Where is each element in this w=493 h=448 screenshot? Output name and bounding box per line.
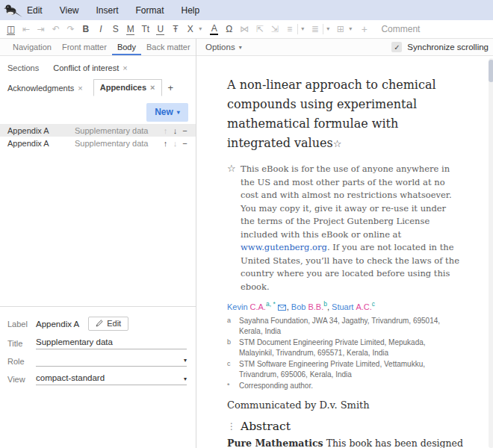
list-item[interactable]: Appendix A Supplementary data ↑ ↓ − <box>0 137 196 149</box>
menubar: Edit View Insert Format Help <box>0 0 493 20</box>
title-footnote: ☆ This eBook is for the use of anyone an… <box>227 163 465 293</box>
move-up-icon[interactable]: ↑ <box>161 139 170 148</box>
move-up-icon[interactable]: ↑ <box>161 126 170 135</box>
document-header: Options ▾ ✓ Synchronize scrolling <box>196 39 493 56</box>
scrollbar-track[interactable] <box>489 58 493 448</box>
close-icon[interactable]: × <box>78 84 82 93</box>
abstract-text: Pure MathematicsThis book has been desig… <box>227 436 465 448</box>
chevron-down-icon: ▾ <box>184 376 187 382</box>
gutenberg-link[interactable]: www.gutenberg.org <box>241 242 327 252</box>
new-button[interactable]: New ▾ <box>146 103 188 122</box>
overline-button[interactable]: Ŧ <box>171 24 179 34</box>
label-field-label: Label <box>7 320 36 329</box>
document-panel: Options ▾ ✓ Synchronize scrolling A non-… <box>196 39 493 448</box>
undo-icon[interactable]: ↶ <box>52 24 60 34</box>
special-character-button[interactable]: Ω <box>225 24 233 34</box>
list-item[interactable]: Appendix A Supplementary data ↑ ↓ − <box>0 124 196 137</box>
sub-superscript-button[interactable]: X <box>186 24 194 34</box>
indent-increase-icon[interactable]: ⇲ <box>270 24 279 34</box>
author-line: KevinC.A.a, *, BobB.B.b, StuartA.C.c <box>227 300 465 311</box>
menu-format[interactable]: Format <box>136 5 164 16</box>
section-tab-acknowledgments[interactable]: Acknowledgments × <box>7 84 83 93</box>
redo-icon[interactable]: ↷ <box>66 24 75 34</box>
italic-button[interactable]: I <box>96 24 105 34</box>
close-icon[interactable]: × <box>123 63 127 72</box>
matter-tabbar: Navigation Front matter Body Back matter <box>0 39 196 56</box>
strikethrough-button[interactable]: S <box>111 24 120 34</box>
edit-label-button[interactable]: Edit <box>88 317 128 331</box>
menu-insert[interactable]: Insert <box>96 5 118 16</box>
chevron-down-icon: ▾ <box>239 44 242 51</box>
chevron-down-icon[interactable]: ▾ <box>323 24 329 34</box>
pencil-icon <box>96 320 103 327</box>
app-logo-bird-icon[interactable] <box>0 1 27 19</box>
indent-decrease-icon[interactable]: ⇱ <box>255 24 264 34</box>
menu-help[interactable]: Help <box>182 5 200 16</box>
synchronize-scrolling-label: Synchronize scrolling <box>407 43 489 52</box>
author[interactable]: KevinC.A.a, *, <box>227 302 291 311</box>
chevron-down-icon[interactable]: ▾ <box>297 24 304 34</box>
options-button[interactable]: Options ▾ <box>205 43 242 52</box>
numbered-list-icon[interactable]: ≣ <box>311 24 319 34</box>
add-section-button[interactable]: + <box>168 82 174 93</box>
small-caps-button[interactable]: Tt <box>141 24 149 34</box>
label-field-value: Appendix A <box>36 320 79 329</box>
tab-body[interactable]: Body <box>112 39 141 55</box>
section-tab-appendices[interactable]: Appendices × <box>93 79 162 96</box>
synchronize-scrolling-checkbox[interactable]: ✓ <box>391 42 402 52</box>
comment-button[interactable]: Comment <box>381 24 420 34</box>
role-select[interactable]: ▾ <box>36 356 187 367</box>
bullet-list-icon[interactable]: ≡ <box>285 24 294 34</box>
remove-icon[interactable]: − <box>180 126 190 135</box>
view-select[interactable]: compact-standard ▾ <box>36 373 187 385</box>
check-icon: ✓ <box>394 43 400 52</box>
tab-back-matter[interactable]: Back matter <box>141 39 196 55</box>
document-content: A non-linear approach to chemical compou… <box>227 75 465 448</box>
chevron-down-icon: ▾ <box>177 109 180 116</box>
section-tab-conflict-of-interest[interactable]: Conflict of interest × <box>53 63 127 72</box>
role-field-label: Role <box>7 357 36 366</box>
menu-view[interactable]: View <box>60 5 79 16</box>
communicated-by: Communicated by D.v. Smith <box>227 399 465 411</box>
email-icon[interactable] <box>278 305 286 311</box>
scrollbar-thumb[interactable] <box>489 60 493 82</box>
structure-panel: Navigation Front matter Body Back matter… <box>0 39 196 448</box>
app-window: Edit View Insert Format Help ◫ ⇤ ⇥ ↶ ↷ B… <box>0 0 493 448</box>
affiliation-item: a Sayahna Foundation, JWA 34, Jagathy, T… <box>227 316 465 337</box>
close-icon[interactable]: × <box>150 83 155 92</box>
chevron-down-icon[interactable]: ▾ <box>347 24 353 34</box>
sections-label: Sections <box>7 63 39 72</box>
inline-formula-icon[interactable]: ⋈ <box>240 24 249 34</box>
title-input[interactable]: Supplementary data <box>36 337 187 349</box>
tab-front-matter[interactable]: Front matter <box>57 39 112 55</box>
menu-edit[interactable]: Edit <box>27 5 43 16</box>
jump-end-icon[interactable]: ⇥ <box>37 24 45 34</box>
remove-icon[interactable]: − <box>180 139 190 148</box>
text-color-button[interactable]: A <box>210 23 218 35</box>
view-field-label: View <box>7 375 36 384</box>
underline-button[interactable]: U <box>156 24 164 35</box>
move-down-icon[interactable]: ↓ <box>170 139 180 148</box>
chevron-down-icon: ▾ <box>184 357 187 364</box>
document-scroll-area[interactable]: A non-linear approach to chemical compou… <box>196 56 493 448</box>
drag-handle-icon[interactable]: ⋮ <box>227 421 236 432</box>
move-icon[interactable]: + <box>360 24 368 34</box>
chevron-down-icon[interactable]: ▾ <box>197 24 203 34</box>
monospace-button[interactable]: M <box>126 24 134 35</box>
author[interactable]: BobB.B.b, <box>291 302 332 311</box>
move-down-icon[interactable]: ↓ <box>170 126 180 135</box>
footnote-star-icon: ☆ <box>227 163 241 293</box>
structure-content: Sections Conflict of interest × Acknowle… <box>0 56 196 448</box>
toolbar: ◫ ⇤ ⇥ ↶ ↷ B I S M Tt U Ŧ X ▾ A Ω ⋈ ⇱ ⇲ ≡… <box>0 20 493 39</box>
table-icon[interactable]: ⊞ <box>336 24 344 34</box>
abstract-heading: ⋮ Abstract <box>227 420 465 433</box>
page-panel-icon[interactable]: ◫ <box>7 24 15 35</box>
author[interactable]: StuartA.C.c <box>332 302 375 311</box>
bold-button[interactable]: B <box>81 24 90 34</box>
tab-navigation[interactable]: Navigation <box>7 39 57 55</box>
title-field-label: Title <box>7 339 36 348</box>
affiliations: a Sayahna Foundation, JWA 34, Jagathy, T… <box>227 316 465 391</box>
title-footnote-star-icon: ☆ <box>333 138 342 149</box>
jump-start-icon[interactable]: ⇤ <box>22 24 30 34</box>
main-area: Navigation Front matter Body Back matter… <box>0 39 493 448</box>
